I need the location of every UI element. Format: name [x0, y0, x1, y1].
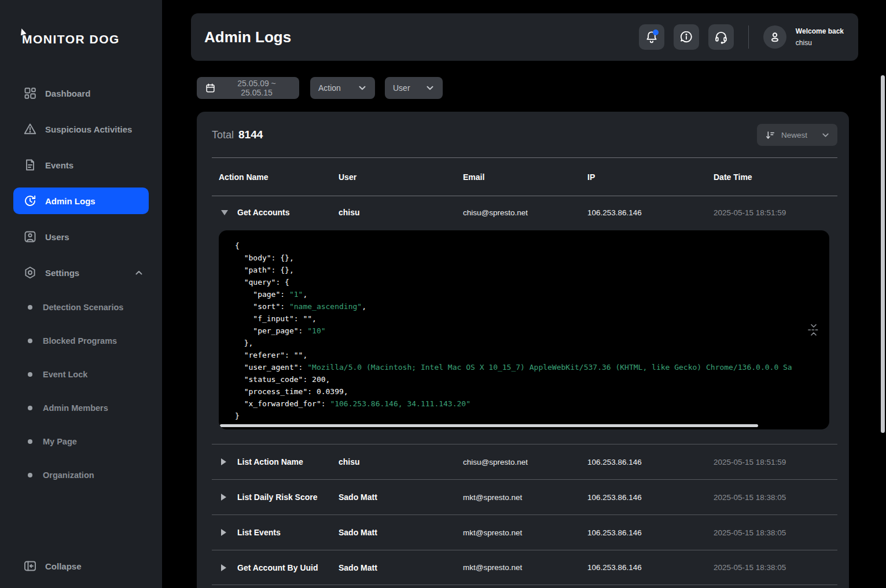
sort-dropdown[interactable]: Newest: [757, 124, 837, 146]
expand-row-icon[interactable]: [221, 494, 237, 501]
support-button[interactable]: [708, 24, 734, 50]
avatar[interactable]: [763, 25, 786, 49]
sidebar-item-label: Admin Logs: [45, 196, 95, 206]
page-title: Admin Logs: [204, 28, 291, 46]
brand-logo[interactable]: MONITOR DOG: [22, 32, 120, 46]
info-button[interactable]: [674, 24, 699, 50]
cell-ip: 106.253.86.146: [587, 563, 714, 572]
column-header-date-time: Date Time: [714, 172, 837, 182]
action-filter-dropdown[interactable]: Action: [310, 77, 375, 99]
calendar-icon: [205, 82, 216, 94]
cell-email: chisu@spresto.net: [463, 458, 587, 466]
cell-email: mkt@spresto.net: [463, 528, 587, 537]
column-header-email: Email: [463, 172, 587, 182]
admin-logs-panel: Total8144 Newest Action Name User Email …: [197, 112, 849, 588]
user-filter-dropdown[interactable]: User: [385, 77, 443, 99]
sidebar-subitem-organization[interactable]: Organization: [0, 458, 162, 492]
collapse-row-icon[interactable]: [221, 210, 237, 215]
cell-user: Sado Matt: [339, 528, 463, 537]
table-row[interactable]: List Action Name chisu chisu@spresto.net…: [212, 444, 837, 479]
sidebar-subitem-my-page[interactable]: My Page: [0, 425, 162, 458]
date-range-filter[interactable]: 25.05.09 ~ 25.05.15: [197, 77, 299, 99]
sort-label: Newest: [781, 131, 807, 139]
vertical-scrollbar-thumb[interactable]: [881, 75, 885, 433]
table-header-row: Action Name User Email IP Date Time: [212, 157, 837, 196]
sidebar-subitem-label: Blocked Programs: [43, 336, 117, 346]
sidebar: MONITOR DOG Dashboard Suspicious Activit…: [0, 0, 162, 588]
sidebar-subitem-admin-members[interactable]: Admin Members: [0, 391, 162, 425]
cell-user: chisu: [339, 457, 463, 466]
cell-datetime: 2025-05-15 18:51:59: [714, 208, 837, 217]
warning-triangle-icon: [23, 122, 37, 136]
chevron-down-icon: [358, 83, 367, 93]
cell-datetime: 2025-05-15 18:38:05: [714, 563, 837, 572]
bullet-icon: [28, 439, 32, 444]
chevron-down-icon: [425, 83, 435, 93]
sidebar-item-admin-logs[interactable]: Admin Logs: [13, 188, 149, 214]
table-row[interactable]: Get Account By Uuid Sado Matt mkt@sprest…: [212, 550, 837, 585]
welcome-back-label: Welcome back: [796, 25, 844, 37]
sidebar-item-events[interactable]: Events: [0, 147, 162, 183]
username-label: chisu: [796, 37, 844, 49]
cell-ip: 106.253.86.146: [587, 458, 714, 466]
sidebar-item-dashboard[interactable]: Dashboard: [0, 75, 162, 111]
cell-user: chisu: [339, 208, 463, 217]
document-icon: [23, 158, 37, 172]
sort-descending-icon: [764, 130, 775, 141]
column-header-action-name: Action Name: [212, 172, 339, 182]
cell-email: mkt@spresto.net: [463, 493, 587, 502]
table-row[interactable]: Get Accounts chisu chisu@spresto.net 106…: [212, 196, 837, 229]
top-header-bar: Admin Logs: [191, 13, 858, 61]
sidebar-item-label: Events: [45, 160, 73, 170]
welcome-text: Welcome back chisu: [796, 25, 844, 49]
sidebar-item-settings[interactable]: Settings: [0, 255, 162, 291]
cell-datetime: 2025-05-15 18:38:05: [714, 528, 837, 537]
gear-icon: [23, 266, 37, 280]
sidebar-item-label: Dashboard: [45, 89, 90, 98]
sidebar-item-suspicious-activities[interactable]: Suspicious Activities: [0, 111, 162, 147]
log-payload-json: { "body": {}, "path": {}, "query": { "pa…: [219, 230, 829, 429]
history-clock-icon: [23, 194, 37, 208]
headset-icon: [714, 30, 729, 45]
brand-logo-text: MONITOR DOG: [22, 32, 120, 46]
collapse-detail-icon[interactable]: [807, 321, 820, 339]
filter-bar: 25.05.09 ~ 25.05.15 Action User: [197, 77, 886, 99]
cell-datetime: 2025-05-15 18:51:59: [714, 458, 837, 466]
person-icon: [768, 30, 782, 44]
sidebar-item-label: Settings: [45, 268, 79, 278]
topbar-actions: Welcome back chisu: [639, 24, 844, 50]
sidebar-subitem-event-lock[interactable]: Event Lock: [0, 358, 162, 391]
sidebar-collapse-button[interactable]: Collapse: [23, 559, 82, 573]
table-row[interactable]: List Daily Risk Score Sado Matt mkt@spre…: [212, 479, 837, 514]
user-icon: [23, 230, 37, 244]
bullet-icon: [28, 372, 32, 377]
sidebar-item-label: Users: [45, 232, 69, 242]
sidebar-item-label: Suspicious Activities: [45, 124, 132, 134]
sidebar-subitem-blocked-programs[interactable]: Blocked Programs: [0, 324, 162, 358]
total-value: 8144: [238, 128, 263, 141]
cell-ip: 106.253.86.146: [587, 493, 714, 502]
bullet-icon: [28, 473, 32, 477]
column-header-ip: IP: [587, 172, 714, 182]
expand-row-icon[interactable]: [221, 564, 237, 571]
table-row[interactable]: List Events Sado Matt mkt@spresto.net 10…: [212, 514, 837, 550]
horizontal-scrollbar-thumb[interactable]: [220, 424, 758, 427]
cell-user: Sado Matt: [339, 493, 463, 502]
expand-row-icon[interactable]: [221, 529, 237, 536]
expanded-log-detail: { "body": {}, "path": {}, "query": { "pa…: [219, 230, 837, 429]
cell-email: mkt@spresto.net: [463, 563, 587, 572]
chevron-up-icon: [134, 268, 144, 277]
notifications-button[interactable]: [639, 24, 664, 50]
column-header-user: User: [339, 172, 463, 182]
action-filter-label: Action: [318, 83, 341, 93]
sidebar-item-users[interactable]: Users: [0, 219, 162, 255]
collapse-sidebar-icon: [23, 559, 37, 573]
expand-row-icon[interactable]: [221, 458, 237, 465]
cell-action-name: Get Account By Uuid: [237, 563, 318, 572]
date-range-value: 25.05.09 ~ 25.05.15: [222, 79, 291, 97]
cell-ip: 106.253.86.146: [587, 528, 714, 537]
sidebar-subitem-detection-scenarios[interactable]: Detection Scenarios: [0, 291, 162, 324]
sidebar-subitem-label: Admin Members: [43, 403, 108, 413]
dashboard-icon: [23, 86, 37, 100]
cell-user: Sado Matt: [339, 563, 463, 572]
